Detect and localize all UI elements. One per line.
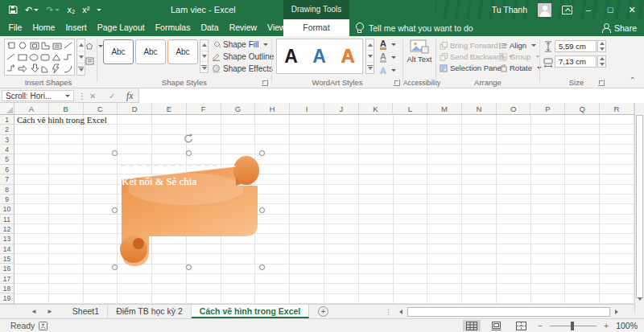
resize-handle-sw[interactable] xyxy=(112,264,118,270)
insert-function-icon[interactable]: fx xyxy=(126,88,133,103)
resize-handle-nw[interactable] xyxy=(112,150,118,156)
wordart-preview-3[interactable]: A xyxy=(341,45,354,68)
rotate-handle[interactable] xyxy=(184,133,194,146)
width-spinner[interactable] xyxy=(597,55,606,68)
wordart-more-icon[interactable] xyxy=(366,63,374,73)
gallery-more-icon[interactable] xyxy=(77,64,85,75)
zoom-level[interactable]: 100% xyxy=(616,321,638,330)
row-header-11[interactable]: 11 xyxy=(0,215,14,224)
selection-pane-button[interactable]: Selection Pane xyxy=(440,63,502,73)
vertical-scroll-thumb[interactable] xyxy=(636,115,643,298)
collapse-ribbon-icon[interactable]: ⌃ xyxy=(630,76,636,84)
tab-insert[interactable]: Insert xyxy=(62,19,90,36)
row-header-17[interactable]: 17 xyxy=(0,274,14,284)
shape-gallery[interactable] xyxy=(4,39,75,76)
redo-button[interactable]: ↷ xyxy=(46,5,60,15)
shape-style-preview-3[interactable]: Abc xyxy=(167,39,198,64)
tab-review[interactable]: Review xyxy=(225,19,260,36)
row-header-6[interactable]: 6 xyxy=(0,165,14,174)
undo-dropdown-icon[interactable] xyxy=(34,9,39,11)
customize-qat-icon[interactable] xyxy=(97,9,101,11)
bring-forward-button[interactable]: Bring Forward xyxy=(440,40,508,51)
resize-handle-n[interactable] xyxy=(186,150,192,156)
close-button[interactable]: ✕ xyxy=(626,0,638,19)
grid-cells[interactable]: Cách vẽ hình trong Excel xyxy=(14,115,634,304)
gallery-down-icon[interactable] xyxy=(77,51,85,64)
row-header-14[interactable]: 14 xyxy=(0,244,14,254)
wordart-preview-2[interactable]: A xyxy=(312,46,326,68)
undo-button[interactable]: ↶ xyxy=(25,5,39,15)
shape-text[interactable]: Kết nối & Sẻ chia xyxy=(122,175,196,188)
row-header-18[interactable]: 18 xyxy=(0,284,14,293)
tab-data[interactable]: Data xyxy=(197,19,222,36)
row-header-2[interactable]: 2 xyxy=(0,125,14,134)
resize-handle-e[interactable] xyxy=(259,207,265,213)
tab-page-layout[interactable]: Page Layout xyxy=(93,19,148,36)
group-button[interactable]: Group xyxy=(499,51,540,62)
tab-format[interactable]: Format xyxy=(283,19,349,36)
name-box-dropdown-icon[interactable] xyxy=(65,95,70,97)
hscroll-right-icon[interactable] xyxy=(612,306,621,317)
tab-formulas[interactable]: Formulas xyxy=(151,19,194,36)
scroll-down-icon[interactable] xyxy=(638,301,642,310)
text-effects-button[interactable]: A xyxy=(380,65,396,76)
formula-bar-drag-icon[interactable]: ⋮ xyxy=(78,88,86,103)
row-header-9[interactable]: 9 xyxy=(0,195,14,204)
view-page-layout-button[interactable] xyxy=(488,320,506,331)
superscript-button[interactable]: x² xyxy=(82,5,89,14)
text-outline-button[interactable]: A xyxy=(380,52,396,63)
resize-handle-ne[interactable] xyxy=(259,150,265,156)
styles-more-icon[interactable] xyxy=(200,62,208,72)
shape-width-input[interactable]: 7,13 cm xyxy=(555,55,597,68)
user-name[interactable]: Tu Thanh xyxy=(492,5,527,14)
column-header-J[interactable]: J xyxy=(324,103,359,114)
redo-dropdown-icon[interactable] xyxy=(55,9,60,11)
column-header-L[interactable]: L xyxy=(393,103,427,114)
wordart-scroll[interactable] xyxy=(365,39,374,74)
zoom-slider[interactable] xyxy=(550,326,597,326)
enter-icon[interactable]: ✓ xyxy=(109,88,115,103)
text-fill-button[interactable]: A xyxy=(380,39,396,50)
column-header-F[interactable]: F xyxy=(187,103,221,114)
column-header-D[interactable]: D xyxy=(118,103,152,114)
view-page-break-button[interactable] xyxy=(513,320,530,331)
sheet-nav-right-icon[interactable]: ► xyxy=(47,308,53,315)
shape-styles-dialog-launcher[interactable] xyxy=(262,80,268,86)
row-header-16[interactable]: 16 xyxy=(0,264,14,273)
row-header-15[interactable]: 15 xyxy=(0,254,14,264)
save-icon[interactable] xyxy=(8,5,18,14)
shape-styles-scroll[interactable] xyxy=(200,39,208,73)
alt-text-button[interactable]: Alt Text xyxy=(406,39,433,64)
formula-input[interactable] xyxy=(138,88,644,103)
rotate-button[interactable]: Rotate xyxy=(499,63,542,73)
size-dialog-launcher[interactable] xyxy=(598,80,605,86)
column-header-Q[interactable]: Q xyxy=(565,103,600,114)
shape-style-preview-1[interactable]: Abc xyxy=(103,39,134,64)
zoom-out-button[interactable]: − xyxy=(538,321,543,330)
wordart-preview-1[interactable]: A xyxy=(284,46,298,68)
styles-up-icon[interactable] xyxy=(200,40,208,51)
column-header-G[interactable]: G xyxy=(221,103,256,114)
row-header-7[interactable]: 7 xyxy=(0,174,14,184)
row-header-5[interactable]: 5 xyxy=(0,154,14,164)
tab-home[interactable]: Home xyxy=(29,19,59,36)
resize-handle-s[interactable] xyxy=(186,264,192,270)
column-header-N[interactable]: N xyxy=(462,103,497,114)
gallery-up-icon[interactable] xyxy=(77,39,85,51)
new-sheet-button[interactable]: + xyxy=(318,306,328,317)
sheet-tab-cach-ve-hinh[interactable]: Cách vẽ hình trong Excel xyxy=(192,305,309,318)
zoom-in-button[interactable]: + xyxy=(604,321,609,330)
shape-style-preview-2[interactable]: Abc xyxy=(135,39,166,64)
column-header-M[interactable]: M xyxy=(427,103,462,114)
shape-height-input[interactable]: 5,59 cm xyxy=(555,40,597,52)
row-header-3[interactable]: 3 xyxy=(0,135,14,145)
minimize-button[interactable]: – xyxy=(583,0,594,19)
align-button[interactable]: Align xyxy=(499,40,536,51)
column-header-K[interactable]: K xyxy=(359,103,394,114)
column-header-P[interactable]: P xyxy=(530,103,565,114)
column-header-H[interactable]: H xyxy=(255,103,290,114)
accessibility-checker-icon[interactable] xyxy=(39,322,47,332)
column-header-C[interactable]: C xyxy=(84,103,118,114)
wordart-up-icon[interactable] xyxy=(366,39,374,51)
tab-split-handle[interactable]: ⋮ xyxy=(385,308,391,316)
